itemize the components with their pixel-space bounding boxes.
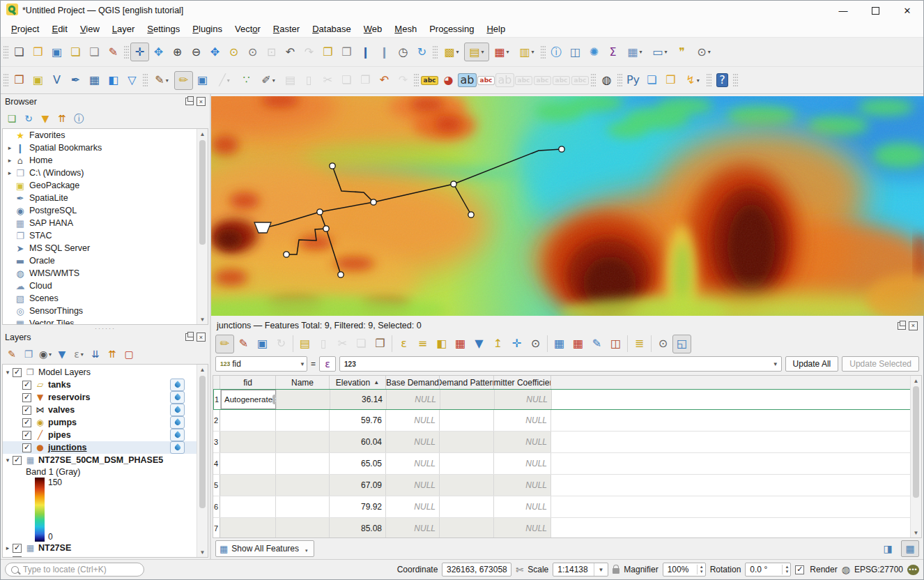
pan-map-button[interactable]: ✛ — [130, 43, 149, 61]
attr-move-selection-top-button[interactable]: ↥ — [488, 335, 507, 353]
menu-layer[interactable]: Layer — [106, 22, 141, 36]
toolbar-drag-handle[interactable] — [591, 72, 596, 88]
rotate-label-button[interactable]: abc — [552, 71, 571, 90]
column-header-emitter-coefficient[interactable]: Emitter Coefficient — [494, 376, 551, 389]
browser-collapse-all-button[interactable]: ⇈ — [54, 110, 70, 127]
current-edits-button[interactable]: ✎ — [149, 71, 174, 90]
browser-close-icon[interactable]: × — [197, 97, 206, 106]
chevron-down-icon[interactable]: ▾ — [3, 457, 13, 464]
toolbar-drag-handle[interactable] — [541, 45, 546, 60]
menu-plugins[interactable]: Plugins — [186, 22, 229, 36]
layer-checkbox[interactable] — [22, 418, 31, 427]
style-manager-button[interactable]: ✎ — [104, 43, 123, 61]
toolbar-drag-handle[interactable] — [733, 72, 738, 88]
layer-labeling-button[interactable]: abc — [420, 71, 439, 90]
zoom-native-button[interactable]: ⊡ — [262, 43, 281, 61]
delete-selected-button[interactable]: ▯ — [300, 71, 318, 90]
attr-dock-button[interactable]: ◱ — [672, 335, 691, 353]
table-row-4[interactable]: 4 ✕ 65.05 NULL NULL — [213, 453, 911, 475]
menu-web[interactable]: Web — [357, 22, 389, 36]
collapse-all-button[interactable]: ⇈ — [104, 346, 121, 362]
browser-item-c-drive[interactable]: ▸ ❒ C:\ (Windows) — [3, 167, 197, 179]
attr-delete-feature-button[interactable]: ▯ — [314, 335, 333, 353]
attr-conditional-format-button[interactable]: ≣ — [630, 335, 649, 353]
osm-place-search-button[interactable]: ◍ — [597, 71, 616, 90]
add-point-feature-button[interactable]: ∵ — [237, 71, 256, 90]
zoom-next-button[interactable]: ↷ — [300, 43, 318, 61]
new-spatial-bookmark-button[interactable]: ❙ — [356, 43, 375, 61]
toolbar-drag-handle[interactable] — [3, 72, 8, 88]
table-row-2[interactable]: 2 ✕ 59.76 NULL NULL — [213, 410, 911, 432]
layers-scrollbar[interactable]: ▲ ▼ — [197, 365, 208, 557]
attr-multiedit-button[interactable]: ✎ — [234, 335, 253, 353]
layout-manager-button[interactable]: ❏ — [85, 43, 104, 61]
remove-layer-button[interactable]: ▢ — [121, 346, 137, 362]
layer-item-pumps[interactable]: ◉ pumps — [3, 416, 197, 429]
attr-edit-field-button[interactable]: ✎ — [587, 335, 606, 353]
layer-diagram-button[interactable]: ◕ — [439, 71, 458, 90]
python-console-button[interactable]: Py — [624, 71, 642, 90]
select-by-location-button[interactable]: ▥ — [514, 43, 539, 61]
toolbar-drag-handle[interactable] — [414, 72, 419, 88]
new-geopackage-layer-button[interactable]: ▣ — [29, 71, 47, 90]
chevron-down-icon[interactable]: ▾ — [3, 369, 13, 376]
close-button[interactable]: ✕ — [891, 1, 923, 20]
magnifier-spinbox[interactable]: 100% ▲▼ — [663, 563, 706, 577]
table-row-1[interactable]: 1 Autogenerate Autogenerate✕ 36.14 NULL … — [213, 389, 911, 410]
manage-themes-button[interactable]: ◉ — [37, 346, 54, 362]
new-map-view-button[interactable]: ❐ — [318, 43, 337, 61]
show-bookmarks-button[interactable]: ❙ — [375, 43, 394, 61]
new-gpx-layer-button[interactable]: ▽ — [123, 71, 141, 90]
minimize-button[interactable]: — — [827, 1, 859, 20]
temporal-controller-button[interactable]: ◷ — [394, 43, 413, 61]
change-label-button[interactable]: abc — [571, 71, 590, 90]
attr-select-expression-button[interactable]: ε — [394, 335, 413, 353]
menu-settings[interactable]: Settings — [141, 22, 186, 36]
scale-combo[interactable]: 1:14138 ▼ — [553, 563, 608, 577]
browser-item-oracle[interactable]: ▬ Oracle — [3, 254, 197, 267]
layer-styling-button[interactable]: ✎ — [3, 346, 20, 362]
crs-status[interactable]: EPSG:27700 — [854, 565, 903, 574]
water-drop-badge[interactable] — [170, 416, 185, 429]
toggle-editing-button[interactable]: ✏ — [174, 71, 193, 90]
layer-item-valves[interactable]: ⋈ valves — [3, 404, 197, 416]
attr-filter-button[interactable]: ▼ — [470, 335, 488, 353]
nominatim-search-button[interactable]: ⊙ — [691, 43, 716, 61]
attr-add-feature-button[interactable]: ▤ — [295, 335, 314, 353]
extents-toggle-icon[interactable]: ✄ — [516, 565, 523, 575]
toolbar-drag-handle[interactable] — [3, 45, 8, 60]
menu-project[interactable]: Project — [5, 22, 45, 36]
layer-group-model-layers[interactable]: ▾ ❐ Model Layers — [3, 366, 197, 379]
form-view-button[interactable]: ◨ — [879, 540, 897, 557]
messages-icon[interactable]: ••• — [907, 565, 919, 575]
browser-float-icon[interactable] — [185, 98, 194, 105]
select-by-value-button[interactable]: ▤ — [464, 43, 489, 61]
add-group-button[interactable]: ❐ — [20, 346, 37, 362]
layer-item-junctions[interactable]: ● junctions — [3, 441, 197, 454]
copy-features-button[interactable]: ❏ — [337, 71, 356, 90]
paste-features-button[interactable]: ❐ — [356, 71, 375, 90]
new-shapefile-layer-button[interactable]: V — [47, 71, 66, 90]
browser-scrollbar[interactable]: ▲ ▼ — [197, 129, 208, 324]
toolbar-drag-handle[interactable] — [617, 72, 622, 88]
vertex-tool-button[interactable]: ✐ — [256, 71, 281, 90]
processing-toolbox-button[interactable]: ✺ — [585, 43, 603, 61]
zoom-to-layers-button[interactable]: ⊙ — [243, 43, 262, 61]
browser-item-home[interactable]: ▸ ⌂ Home — [3, 154, 197, 167]
statistics-button[interactable]: ◫ — [566, 43, 585, 61]
layer-checkbox[interactable] — [22, 381, 31, 390]
help-button[interactable]: ? — [713, 71, 732, 90]
water-drop-badge[interactable] — [170, 379, 185, 391]
layer-checkbox[interactable] — [22, 406, 31, 415]
field-combo[interactable]: 123 fid ▼ — [215, 356, 307, 372]
pan-to-selection-button[interactable]: ✥ — [149, 43, 168, 61]
browser-item-sensorthings[interactable]: ◎ SensorThings — [3, 305, 197, 317]
browser-item-scenes[interactable]: ▧ Scenes — [3, 292, 197, 305]
move-label-button[interactable]: ab — [495, 71, 514, 90]
attr-new-field-button[interactable]: ▦ — [550, 335, 569, 353]
layer-item-tanks[interactable]: ▱ tanks — [3, 379, 197, 391]
attr-copy-button[interactable]: ❏ — [352, 335, 371, 353]
lock-scale-icon[interactable] — [613, 568, 619, 574]
layer-checkbox[interactable] — [13, 456, 22, 465]
zoom-full-button[interactable]: ✥ — [206, 43, 224, 61]
